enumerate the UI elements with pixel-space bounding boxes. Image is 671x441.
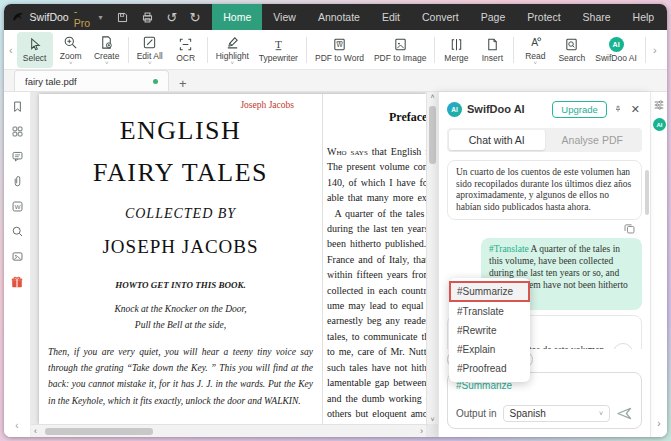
swifdoo-logo-icon xyxy=(12,10,25,24)
menu-protect[interactable]: Protect xyxy=(516,4,571,30)
bookmark-icon[interactable] xyxy=(11,100,24,113)
insert-page-icon xyxy=(485,37,500,52)
thumbnails-icon[interactable] xyxy=(11,125,24,138)
menu-item-translate[interactable]: #Translate xyxy=(449,302,530,321)
menu-convert[interactable]: Convert xyxy=(411,4,470,30)
strip-expand-icon[interactable]: › xyxy=(651,418,667,429)
quick-actions: ↺ ↻ xyxy=(116,11,200,24)
menu-overflow-icon[interactable]: › xyxy=(665,12,667,23)
tab-bar: fairy tale.pdf + xyxy=(4,70,667,92)
menu-help[interactable]: Help xyxy=(622,4,666,30)
watermark-icon[interactable]: W xyxy=(11,200,24,213)
undo-icon[interactable]: ↺ xyxy=(166,11,177,24)
menu-edit[interactable]: Edit xyxy=(371,4,411,30)
sidebar-collapse-icon[interactable]: ‹ xyxy=(4,420,30,431)
horizontal-scrollbar[interactable]: ‹ › xyxy=(31,424,426,437)
tool-select[interactable]: Select xyxy=(17,32,53,68)
save-icon[interactable] xyxy=(116,11,129,24)
merge-icon xyxy=(449,37,464,52)
swifdoo-ai-panel: AI SwifDoo AI Upgrade ✕ Chat with AI Ana… xyxy=(438,92,650,437)
vertical-scrollbar[interactable]: ˄ ˅ xyxy=(426,92,438,424)
pin-icon[interactable] xyxy=(612,103,624,115)
preface-line: 140, of which I have found traces i xyxy=(327,175,426,190)
zoom-magnifier-icon xyxy=(63,35,78,50)
toolbar-separator xyxy=(513,37,514,63)
svg-text:W: W xyxy=(14,203,20,210)
redo-icon[interactable]: ↻ xyxy=(189,11,200,24)
tool-pdf-to-image[interactable]: PDF to Image xyxy=(369,32,431,68)
menu-item-summarize[interactable]: #Summarize xyxy=(449,281,530,302)
preface-heading: Preface xyxy=(389,110,426,125)
upgrade-button[interactable]: Upgrade xyxy=(552,101,606,118)
menu-item-explain[interactable]: #Explain xyxy=(449,340,530,359)
menu-view[interactable]: View xyxy=(262,4,307,30)
tool-insert[interactable]: Insert xyxy=(474,32,510,68)
attachment-icon[interactable] xyxy=(11,175,24,188)
tool-search[interactable]: Search xyxy=(553,32,590,68)
toolbar-collapse-icon[interactable]: ‹ xyxy=(5,44,17,56)
filter-sliders-icon[interactable] xyxy=(653,99,665,111)
vertical-scroll-thumb[interactable] xyxy=(429,106,436,164)
scroll-up-arrow-icon[interactable]: ˄ xyxy=(427,93,438,100)
document-tab[interactable]: fairy tale.pdf xyxy=(14,70,169,91)
tool-create[interactable]: Create ˅ xyxy=(89,32,125,68)
toolbar-separator xyxy=(306,37,307,63)
menu-annotate[interactable]: Annotate xyxy=(307,4,371,30)
command-menu-popup: #Summarize #Translate #Rewrite #Explain … xyxy=(449,278,530,382)
tab-chat-with-ai[interactable]: Chat with AI xyxy=(449,130,545,150)
horizontal-scroll-thumb[interactable] xyxy=(45,428,153,435)
language-select[interactable]: Spanish ˅ xyxy=(503,405,610,422)
toolbar-separator xyxy=(645,37,646,63)
preface-line: lamentable gap between the govern xyxy=(327,375,426,390)
main-content: W ‹ Joseph Jacobs ENGLISH FAIRY TALES CO… xyxy=(4,92,667,437)
ai-panel-title: SwifDoo AI xyxy=(467,103,547,115)
menu-item-proofread[interactable]: #Proofread xyxy=(449,359,530,378)
edit-all-icon xyxy=(142,35,157,50)
menu-page[interactable]: Page xyxy=(470,4,517,30)
svg-text:T: T xyxy=(275,37,282,49)
ai-assistant-icon[interactable]: AI xyxy=(653,118,666,131)
app-menu-caret-icon[interactable]: ▾ xyxy=(98,13,102,22)
scroll-to-bottom-button[interactable]: ↓ xyxy=(613,343,633,349)
search-icon[interactable] xyxy=(11,225,24,238)
create-document-icon xyxy=(99,35,114,50)
pdf-to-word-icon: W xyxy=(332,37,347,52)
output-in-label: Output in xyxy=(456,408,497,419)
menu-item-rewrite[interactable]: #Rewrite xyxy=(449,321,530,340)
tool-zoom[interactable]: Zoom ˅ xyxy=(53,32,89,68)
menu-share[interactable]: Share xyxy=(572,4,622,30)
screenshot-frame: SwifDoo-Pro ▾ ↺ ↻ Home View Annotate Edi… xyxy=(0,0,671,441)
ai-message-fragments: entos de este volumen durante los último… xyxy=(520,322,604,349)
app-identity[interactable]: SwifDoo-Pro ▾ xyxy=(12,5,102,29)
tool-pdf-to-word[interactable]: W PDF to Word xyxy=(310,32,369,68)
search-document-icon xyxy=(564,37,579,52)
app-edition: -Pro xyxy=(74,5,92,29)
tool-typewriter[interactable]: T Typewriter xyxy=(254,32,303,68)
print-icon[interactable] xyxy=(141,11,154,24)
gift-icon[interactable] xyxy=(10,275,24,289)
tool-edit-all[interactable]: Edit All ˅ xyxy=(132,32,168,68)
chat-scrollbar[interactable] xyxy=(645,170,649,215)
tab-analyse-pdf[interactable]: Analyse PDF xyxy=(545,130,641,150)
comment-icon[interactable] xyxy=(11,150,24,163)
tool-merge[interactable]: Merge xyxy=(438,32,474,68)
scroll-left-arrow-icon[interactable]: ‹ xyxy=(34,425,37,437)
tool-read[interactable]: A Read ˅ xyxy=(517,32,553,68)
preface-line: others but eloquent among themse xyxy=(327,406,426,421)
tool-ocr[interactable]: OCR xyxy=(168,32,204,68)
scroll-down-arrow-icon[interactable]: ˅ xyxy=(427,416,438,423)
tool-swifdoo-ai[interactable]: AI SwifDoo AI xyxy=(590,32,642,68)
send-icon[interactable] xyxy=(616,406,633,421)
edit-all-caret-icon: ˅ xyxy=(148,61,152,65)
toolbar-overflow-icon[interactable]: › xyxy=(650,44,660,56)
preface-line: during the last ten years or so, an xyxy=(327,221,426,236)
menu-home[interactable]: Home xyxy=(212,4,262,30)
copy-icon[interactable] xyxy=(623,222,636,235)
snapshot-icon[interactable] xyxy=(11,250,24,263)
new-tab-button[interactable]: + xyxy=(169,76,197,91)
scroll-right-arrow-icon[interactable]: › xyxy=(420,425,423,437)
pdf-viewer: Joseph Jacobs ENGLISH FAIRY TALES COLLEC… xyxy=(31,92,438,437)
tool-highlight[interactable]: Highlight ˅ xyxy=(211,32,254,68)
toolbar-separator xyxy=(207,37,208,63)
panel-close-icon[interactable]: ✕ xyxy=(629,103,642,116)
